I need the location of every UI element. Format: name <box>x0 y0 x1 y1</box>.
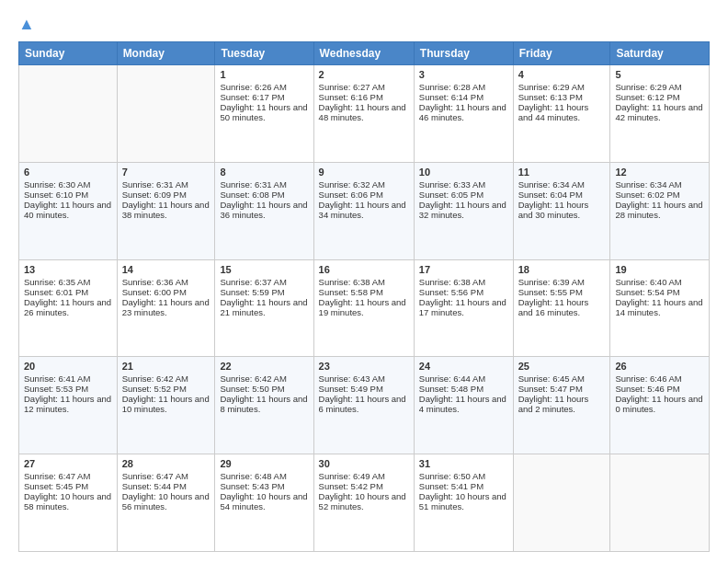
calendar-cell: 4Sunrise: 6:29 AMSunset: 6:13 PMDaylight… <box>513 65 610 163</box>
sunrise-text: Sunrise: 6:31 AM <box>122 179 210 190</box>
calendar-cell <box>610 454 710 552</box>
calendar-cell: 17Sunrise: 6:38 AMSunset: 5:56 PMDayligh… <box>414 259 513 357</box>
sunrise-text: Sunrise: 6:32 AM <box>319 179 409 190</box>
col-sunday: Sunday <box>19 42 118 65</box>
logo-text: ▲ <box>18 15 35 34</box>
calendar-cell: 31Sunrise: 6:50 AMSunset: 5:41 PMDayligh… <box>414 454 513 552</box>
calendar-cell: 15Sunrise: 6:37 AMSunset: 5:59 PMDayligh… <box>215 259 313 357</box>
sunset-text: Sunset: 5:49 PM <box>319 384 409 394</box>
sunrise-text: Sunrise: 6:43 AM <box>319 373 409 384</box>
day-number: 1 <box>220 69 308 80</box>
sunset-text: Sunset: 6:06 PM <box>319 190 409 200</box>
calendar-cell: 19Sunrise: 6:40 AMSunset: 5:54 PMDayligh… <box>610 259 710 357</box>
day-number: 3 <box>419 69 508 80</box>
daylight-text: Daylight: 11 hours and 2 minutes. <box>518 394 606 414</box>
sunrise-text: Sunrise: 6:28 AM <box>419 82 508 92</box>
day-number: 25 <box>518 361 606 372</box>
calendar-cell: 25Sunrise: 6:45 AMSunset: 5:47 PMDayligh… <box>513 357 610 454</box>
day-number: 23 <box>319 361 409 372</box>
day-number: 21 <box>122 361 210 372</box>
calendar-cell: 10Sunrise: 6:33 AMSunset: 6:05 PMDayligh… <box>414 162 513 259</box>
day-number: 22 <box>220 361 308 372</box>
sunset-text: Sunset: 5:55 PM <box>518 287 606 297</box>
sunrise-text: Sunrise: 6:33 AM <box>419 179 508 190</box>
calendar-cell: 16Sunrise: 6:38 AMSunset: 5:58 PMDayligh… <box>313 259 414 357</box>
day-number: 5 <box>615 69 704 80</box>
calendar-cell: 14Sunrise: 6:36 AMSunset: 6:00 PMDayligh… <box>117 259 215 357</box>
sunset-text: Sunset: 6:13 PM <box>518 92 606 102</box>
sunrise-text: Sunrise: 6:44 AM <box>419 373 508 384</box>
sunset-text: Sunset: 6:12 PM <box>615 92 704 102</box>
sunrise-text: Sunrise: 6:26 AM <box>220 82 308 92</box>
col-tuesday: Tuesday <box>215 42 313 65</box>
daylight-text: Daylight: 10 hours and 52 minutes. <box>319 491 409 511</box>
daylight-text: Daylight: 11 hours and 46 minutes. <box>419 102 508 122</box>
day-number: 26 <box>615 361 704 372</box>
daylight-text: Daylight: 11 hours and 8 minutes. <box>220 394 308 414</box>
day-number: 24 <box>419 361 508 372</box>
day-number: 10 <box>419 167 508 178</box>
calendar-cell: 22Sunrise: 6:42 AMSunset: 5:50 PMDayligh… <box>215 357 313 454</box>
calendar-cell: 2Sunrise: 6:27 AMSunset: 6:16 PMDaylight… <box>313 65 414 163</box>
sunset-text: Sunset: 5:50 PM <box>220 384 308 394</box>
sunset-text: Sunset: 6:02 PM <box>615 190 704 200</box>
sunset-text: Sunset: 5:59 PM <box>220 287 308 297</box>
sunrise-text: Sunrise: 6:31 AM <box>220 179 308 190</box>
sunrise-text: Sunrise: 6:47 AM <box>122 471 210 481</box>
calendar-cell: 26Sunrise: 6:46 AMSunset: 5:46 PMDayligh… <box>610 357 710 454</box>
page: ▲ Sunday Monday Tuesday Wednesday Thursd… <box>0 0 728 563</box>
sunrise-text: Sunrise: 6:47 AM <box>24 471 112 481</box>
calendar-cell: 21Sunrise: 6:42 AMSunset: 5:52 PMDayligh… <box>117 357 215 454</box>
col-monday: Monday <box>117 42 215 65</box>
day-number: 19 <box>615 264 704 275</box>
sunset-text: Sunset: 5:43 PM <box>220 481 308 491</box>
calendar-cell: 3Sunrise: 6:28 AMSunset: 6:14 PMDaylight… <box>414 65 513 163</box>
sunrise-text: Sunrise: 6:38 AM <box>419 277 508 287</box>
logo: ▲ <box>18 15 35 34</box>
sunset-text: Sunset: 6:14 PM <box>419 92 508 102</box>
daylight-text: Daylight: 11 hours and 26 minutes. <box>24 297 112 317</box>
day-number: 29 <box>220 458 308 469</box>
day-number: 20 <box>24 361 112 372</box>
daylight-text: Daylight: 11 hours and 16 minutes. <box>518 297 606 317</box>
week-row-2: 6Sunrise: 6:30 AMSunset: 6:10 PMDaylight… <box>19 162 710 259</box>
sunrise-text: Sunrise: 6:39 AM <box>518 277 606 287</box>
sunrise-text: Sunrise: 6:34 AM <box>615 179 704 190</box>
day-number: 31 <box>419 458 508 469</box>
daylight-text: Daylight: 11 hours and 30 minutes. <box>518 200 606 220</box>
col-wednesday: Wednesday <box>313 42 414 65</box>
day-number: 6 <box>24 167 112 178</box>
day-number: 4 <box>518 69 606 80</box>
sunrise-text: Sunrise: 6:42 AM <box>122 373 210 384</box>
sunset-text: Sunset: 6:01 PM <box>24 287 112 297</box>
daylight-text: Daylight: 11 hours and 50 minutes. <box>220 102 308 122</box>
daylight-text: Daylight: 11 hours and 21 minutes. <box>220 297 308 317</box>
daylight-text: Daylight: 11 hours and 48 minutes. <box>319 102 409 122</box>
sunset-text: Sunset: 5:53 PM <box>24 384 112 394</box>
week-row-5: 27Sunrise: 6:47 AMSunset: 5:45 PMDayligh… <box>19 454 710 552</box>
calendar-cell: 20Sunrise: 6:41 AMSunset: 5:53 PMDayligh… <box>19 357 118 454</box>
day-number: 30 <box>319 458 409 469</box>
calendar-cell <box>513 454 610 552</box>
daylight-text: Daylight: 10 hours and 58 minutes. <box>24 491 112 511</box>
day-number: 8 <box>220 167 308 178</box>
col-thursday: Thursday <box>414 42 513 65</box>
daylight-text: Daylight: 11 hours and 38 minutes. <box>122 200 210 220</box>
sunrise-text: Sunrise: 6:36 AM <box>122 277 210 287</box>
daylight-text: Daylight: 11 hours and 10 minutes. <box>122 394 210 414</box>
sunrise-text: Sunrise: 6:42 AM <box>220 373 308 384</box>
sunrise-text: Sunrise: 6:48 AM <box>220 471 308 481</box>
daylight-text: Daylight: 11 hours and 23 minutes. <box>122 297 210 317</box>
sunrise-text: Sunrise: 6:27 AM <box>319 82 409 92</box>
week-row-1: 1Sunrise: 6:26 AMSunset: 6:17 PMDaylight… <box>19 65 710 163</box>
sunrise-text: Sunrise: 6:34 AM <box>518 179 606 190</box>
day-number: 12 <box>615 167 704 178</box>
calendar-cell: 13Sunrise: 6:35 AMSunset: 6:01 PMDayligh… <box>19 259 118 357</box>
calendar-cell: 7Sunrise: 6:31 AMSunset: 6:09 PMDaylight… <box>117 162 215 259</box>
daylight-text: Daylight: 11 hours and 34 minutes. <box>319 200 409 220</box>
daylight-text: Daylight: 11 hours and 40 minutes. <box>24 200 112 220</box>
calendar-cell: 27Sunrise: 6:47 AMSunset: 5:45 PMDayligh… <box>19 454 118 552</box>
sunset-text: Sunset: 5:42 PM <box>319 481 409 491</box>
sunset-text: Sunset: 5:52 PM <box>122 384 210 394</box>
sunrise-text: Sunrise: 6:46 AM <box>615 373 704 384</box>
